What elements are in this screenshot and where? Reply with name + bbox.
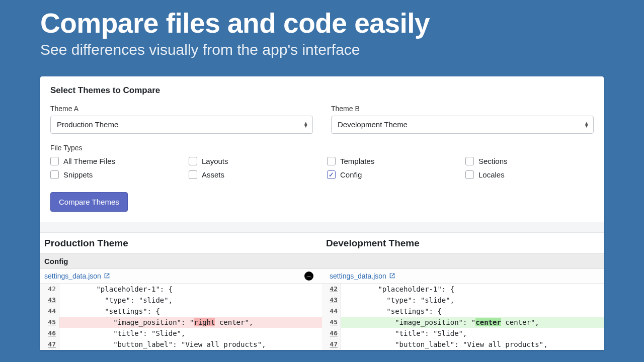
file-link-right[interactable]: settings_data.json bbox=[330, 272, 386, 280]
theme-b-select[interactable]: Development Theme ▴▾ bbox=[331, 116, 594, 134]
code-text: "button_label": "View all products", bbox=[59, 339, 322, 350]
filetype-checkbox[interactable]: Sections bbox=[465, 157, 594, 165]
filetype-checkbox[interactable]: Snippets bbox=[50, 170, 179, 179]
line-number: 44 bbox=[40, 306, 59, 317]
diff-left-title: Production Theme bbox=[40, 233, 322, 253]
code-line: 43 "type": "slide", bbox=[322, 295, 604, 306]
line-number: 46 bbox=[40, 328, 59, 339]
filetype-label: Assets bbox=[202, 170, 224, 179]
filetype-checkbox[interactable]: Locales bbox=[465, 170, 594, 179]
chevron-updown-icon: ▴▾ bbox=[304, 121, 307, 128]
filetype-label: Locales bbox=[478, 170, 505, 179]
hero-subtitle: See differences visually from the app's … bbox=[40, 41, 604, 58]
line-number: 42 bbox=[40, 284, 59, 295]
diff-word: center bbox=[475, 318, 501, 326]
section-title: Select Themes to Compare bbox=[50, 85, 594, 96]
code-line: 44 "settings": { bbox=[322, 306, 604, 317]
code-text: "title": "Slide", bbox=[59, 328, 322, 339]
line-number: 47 bbox=[322, 339, 341, 350]
checkbox-icon bbox=[189, 157, 197, 165]
line-number: 45 bbox=[322, 317, 341, 328]
filetype-checkbox[interactable]: Layouts bbox=[189, 157, 317, 165]
code-text: "placeholder-1": { bbox=[59, 284, 322, 295]
line-number: 45 bbox=[40, 317, 59, 328]
code-line: 47 "button_label": "View all products", bbox=[40, 339, 322, 350]
checkbox-icon bbox=[327, 170, 336, 179]
checkbox-icon bbox=[327, 157, 336, 165]
compare-themes-button[interactable]: Compare Themes bbox=[50, 192, 128, 212]
file-link-left[interactable]: settings_data.json bbox=[44, 272, 101, 280]
filetype-label: Sections bbox=[478, 157, 508, 165]
code-text: "type": "slide", bbox=[341, 295, 604, 306]
code-text: "settings": { bbox=[59, 306, 322, 317]
code-line: 47 "button_label": "View all products", bbox=[322, 339, 604, 350]
checkbox-icon bbox=[189, 170, 197, 179]
theme-b-value: Development Theme bbox=[338, 120, 408, 129]
code-text: "placeholder-1": { bbox=[341, 284, 604, 295]
code-text: "type": "slide", bbox=[59, 295, 322, 306]
theme-a-select[interactable]: Production Theme ▴▾ bbox=[50, 116, 313, 134]
code-line: 45 "image_position": "center center", bbox=[322, 317, 604, 328]
code-line: 45 "image_position": "right center", bbox=[40, 317, 322, 328]
filetype-label: Snippets bbox=[63, 170, 93, 179]
filetype-label: Templates bbox=[340, 157, 374, 165]
diff-word: right bbox=[194, 318, 215, 326]
diff-group: Config bbox=[40, 253, 604, 269]
panel-divider bbox=[40, 222, 604, 233]
code-line: 44 "settings": { bbox=[40, 306, 322, 317]
line-number: 42 bbox=[322, 284, 341, 295]
theme-a-value: Production Theme bbox=[57, 120, 118, 129]
theme-a-label: Theme A bbox=[50, 105, 313, 113]
code-line: 46 "title": "Slide", bbox=[322, 328, 604, 339]
checkbox-icon bbox=[465, 157, 474, 165]
line-number: 43 bbox=[40, 295, 59, 306]
diff-right-title: Development Theme bbox=[322, 233, 604, 253]
code-text: "button_label": "View all products", bbox=[341, 339, 604, 350]
code-text: "image_position": "right center", bbox=[59, 317, 322, 328]
filetype-label: All Theme Files bbox=[63, 157, 115, 165]
checkbox-icon bbox=[50, 170, 59, 179]
file-types-label: File Types bbox=[50, 144, 594, 152]
line-number: 46 bbox=[322, 328, 341, 339]
code-line: 42 "placeholder-1": { bbox=[322, 284, 604, 295]
checkbox-icon bbox=[50, 157, 59, 165]
filetype-checkbox[interactable]: All Theme Files bbox=[50, 157, 179, 165]
filetype-label: Config bbox=[340, 170, 362, 179]
line-number: 44 bbox=[322, 306, 341, 317]
filetype-checkbox[interactable]: Config bbox=[327, 170, 455, 179]
code-line: 42 "placeholder-1": { bbox=[40, 284, 322, 295]
filetype-label: Layouts bbox=[202, 157, 228, 165]
code-line: 46 "title": "Slide", bbox=[40, 328, 322, 339]
external-link-icon bbox=[104, 273, 110, 279]
diff-header: Production Theme Development Theme bbox=[40, 233, 604, 253]
line-number: 43 bbox=[322, 295, 341, 306]
code-line: 43 "type": "slide", bbox=[40, 295, 322, 306]
checkbox-icon bbox=[465, 170, 474, 179]
code-text: "settings": { bbox=[341, 306, 604, 317]
filetype-checkbox[interactable]: Assets bbox=[189, 170, 317, 179]
collapse-icon[interactable]: ︿ bbox=[304, 272, 313, 281]
external-link-icon bbox=[389, 273, 395, 279]
theme-b-label: Theme B bbox=[331, 105, 594, 113]
compare-panel: Select Themes to Compare Theme A Product… bbox=[40, 76, 604, 350]
hero-title: Compare files and code easily bbox=[40, 9, 604, 38]
line-number: 47 bbox=[40, 339, 59, 350]
chevron-updown-icon: ▴▾ bbox=[585, 121, 588, 128]
filetype-checkbox[interactable]: Templates bbox=[327, 157, 455, 165]
code-text: "title": "Slide", bbox=[341, 328, 604, 339]
code-text: "image_position": "center center", bbox=[341, 317, 604, 328]
